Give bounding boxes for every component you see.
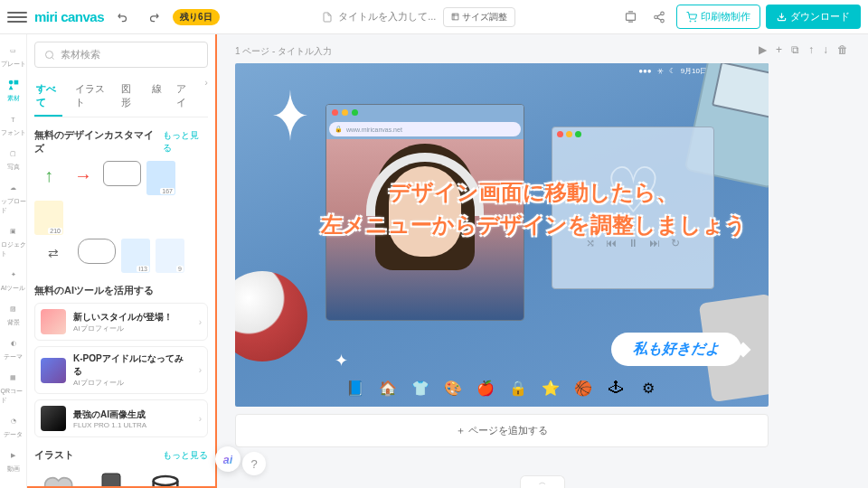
svg-point-8	[46, 51, 53, 58]
chart-icon: ◔	[6, 414, 21, 428]
file-icon	[322, 12, 333, 23]
section-title: イラスト	[34, 448, 74, 462]
asset-rect-blue[interactable]: 167	[146, 161, 175, 195]
svg-point-4	[690, 21, 691, 22]
rail-background[interactable]: ▨背景	[1, 298, 26, 331]
panel-tabs: すべて イラスト 図形 線 アイ ›	[34, 77, 208, 117]
cart-icon	[686, 12, 697, 23]
rail-project[interactable]: ▣ロジェクト	[1, 221, 26, 262]
asset-rect[interactable]: 9	[156, 239, 184, 273]
illust-coins[interactable]	[143, 467, 188, 488]
redo-button[interactable]	[142, 5, 165, 29]
size-adjust-button[interactable]: サイズ調整	[443, 7, 515, 27]
photo-icon: ▢	[6, 146, 21, 161]
ai-tool-item[interactable]: K-POPアイドルになってみるAIプロフィール›	[34, 346, 208, 394]
wifi-icon: ●●●	[638, 67, 652, 75]
tab-icons[interactable]: アイ	[175, 77, 194, 117]
lock-icon: 🔒	[335, 126, 343, 133]
tab-lines[interactable]: 線	[150, 77, 164, 117]
trash-icon[interactable]: 🗑	[837, 43, 848, 56]
help-button[interactable]: ?	[242, 452, 266, 475]
svg-point-3	[661, 19, 665, 23]
repeat-icon: ↻	[671, 237, 680, 249]
rail-data[interactable]: ◔データ	[1, 410, 26, 443]
up-icon[interactable]: ↑	[808, 43, 814, 56]
ai-thumb	[41, 309, 66, 334]
tab-illust[interactable]: イラスト	[73, 77, 108, 117]
rail-text[interactable]: Tフォント	[1, 108, 26, 141]
see-more-link[interactable]: もっと見る	[163, 129, 208, 155]
app-logo[interactable]: miri canvas	[34, 9, 104, 24]
illust-phone[interactable]	[89, 467, 134, 488]
video-icon: ▶	[6, 448, 21, 463]
audio-icon: ♪	[6, 483, 21, 488]
rail-video[interactable]: ▶動画	[1, 445, 26, 477]
down-icon[interactable]: ↓	[823, 43, 828, 56]
search-icon	[44, 50, 55, 61]
copy-icon[interactable]: ⧉	[791, 43, 799, 56]
tab-shapes[interactable]: 図形	[119, 77, 139, 117]
rail-theme[interactable]: ◐テーマ	[1, 333, 26, 365]
download-icon	[777, 12, 787, 22]
rail-elements[interactable]: 素材	[1, 74, 26, 107]
search-input[interactable]: 素材検索	[34, 42, 208, 68]
trial-days-badge[interactable]: 残り6日	[173, 9, 220, 25]
page-drawer-handle[interactable]: ︿	[520, 475, 565, 488]
play-icon[interactable]: ▶	[759, 43, 767, 56]
chevron-right-icon: ›	[199, 317, 202, 327]
share-button[interactable]	[647, 5, 671, 29]
heart-icon: ♡	[552, 154, 713, 228]
asset-arrows-rotate[interactable]: ⇄	[34, 239, 72, 267]
template-icon: ▭	[6, 43, 21, 58]
elements-panel: 素材検索 すべて イラスト 図形 線 アイ › 無料のデザインカスタマイズもっと…	[27, 34, 217, 488]
rail-ai[interactable]: ✦AIツール	[1, 264, 26, 296]
print-button[interactable]: 印刷物制作	[676, 5, 760, 29]
rail-upload[interactable]: ☁ップロード	[1, 177, 26, 219]
chevron-right-icon[interactable]: ›	[204, 77, 208, 117]
add-page-button[interactable]: ＋ ページを追加する	[235, 414, 769, 447]
page-tools: ▶ + ⧉ ↑ ↓ 🗑	[759, 43, 848, 56]
ai-thumb	[41, 406, 66, 431]
dock-icon: 🏠	[376, 376, 400, 399]
upload-icon: ☁	[6, 181, 21, 195]
asset-arrow-right[interactable]: →	[69, 161, 98, 190]
asset-arrow-up[interactable]: ↑	[34, 161, 63, 190]
undo-button[interactable]	[111, 5, 135, 29]
asset-rect-blue2[interactable]: I13	[121, 239, 150, 273]
download-button[interactable]: ダウンロード	[766, 5, 861, 29]
svg-rect-0	[626, 14, 635, 21]
undo-icon	[117, 11, 129, 23]
title-placeholder: タイトルを入力して...	[338, 10, 436, 23]
dock-icon: 📘	[344, 376, 367, 399]
asset-round-bubble[interactable]	[78, 239, 116, 264]
moon-icon: ☾	[669, 67, 675, 75]
ai-fab[interactable]: ai	[215, 446, 241, 472]
dock-icon: ⭐	[539, 376, 562, 399]
title-input[interactable]: タイトルを入力して...	[322, 10, 436, 23]
illust-heart[interactable]	[34, 467, 80, 488]
rail-qr[interactable]: ▦QRコード	[1, 367, 26, 408]
history-button[interactable]	[618, 5, 642, 29]
ai-tool-item[interactable]: 新しいスタイルが登場！AIプロフィール›	[34, 303, 208, 341]
rail-audio[interactable]: ♪音声	[1, 479, 26, 488]
dock-icon: ⚙	[637, 376, 660, 399]
sparkle-icon: ✦	[6, 267, 21, 282]
see-more-link[interactable]: もっと見る	[163, 449, 208, 462]
palette-icon: ◐	[6, 336, 21, 351]
ai-tool-item[interactable]: 最強のAI画像生成FLUX PRO 1.1 ULTRA›	[34, 399, 208, 437]
chevron-right-icon: ›	[199, 365, 202, 375]
plus-icon[interactable]: +	[776, 43, 782, 56]
tab-all[interactable]: すべて	[34, 77, 62, 117]
top-toolbar: miri canvas 残り6日 タイトルを入力して... サイズ調整 印刷物制…	[0, 0, 868, 34]
menu-icon[interactable]	[7, 7, 27, 27]
asset-rect-yellow[interactable]: 210	[34, 201, 63, 235]
left-rail: ▭プレート 素材 Tフォント ▢写真 ☁ップロード ▣ロジェクト ✦AIツール …	[0, 34, 27, 488]
speech-bubble: 私も好きだよ	[611, 333, 741, 366]
design-canvas[interactable]: ●●● ⚹ ☾ 9月10日（月）午後12:00 ✦ 🔒www.miricanva…	[235, 63, 769, 407]
dock-icon: 🍎	[474, 376, 497, 399]
apple-decoration	[235, 271, 307, 361]
rail-template[interactable]: ▭プレート	[1, 40, 26, 72]
music-player-window: ♡ ⤭ ⏮ ⏸ ⏭ ↻	[552, 127, 714, 289]
rail-photo[interactable]: ▢写真	[1, 143, 26, 175]
asset-speech-bubble[interactable]	[103, 161, 141, 186]
